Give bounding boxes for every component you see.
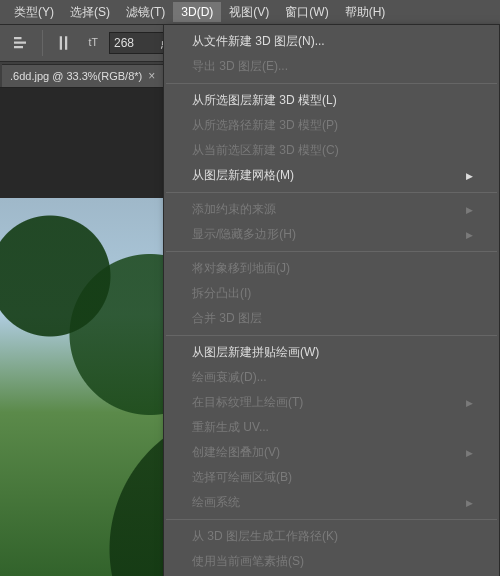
menu-item: 创建绘图叠加(V)▶ — [164, 440, 499, 465]
chevron-right-icon: ▶ — [466, 498, 473, 508]
menu-separator — [166, 83, 497, 84]
menu-item: 绘画衰减(D)... — [164, 365, 499, 390]
menu-滤镜(T)[interactable]: 滤镜(T) — [118, 1, 173, 24]
menubar: 类型(Y)选择(S)滤镜(T)3D(D)视图(V)窗口(W)帮助(H) — [0, 0, 500, 24]
menu-选择(S)[interactable]: 选择(S) — [62, 1, 118, 24]
menu-item: 从当前选区新建 3D 模型(C) — [164, 138, 499, 163]
menu-item: 从 3D 图层生成工作路径(K) — [164, 524, 499, 549]
menu-帮助(H)[interactable]: 帮助(H) — [337, 1, 394, 24]
menu-item-label: 使用当前画笔素描(S) — [192, 553, 304, 570]
menu-item-label: 从所选路径新建 3D 模型(P) — [192, 117, 338, 134]
menu-item-label: 从当前选区新建 3D 模型(C) — [192, 142, 339, 159]
menu-item-label: 从所选图层新建 3D 模型(L) — [192, 92, 337, 109]
menu-separator — [166, 335, 497, 336]
menu-item: 导出 3D 图层(E)... — [164, 54, 499, 79]
3d-menu-dropdown: 从文件新建 3D 图层(N)...导出 3D 图层(E)...从所选图层新建 3… — [163, 24, 500, 576]
menu-item-label: 绘画系统 — [192, 494, 240, 511]
chevron-right-icon: ▶ — [466, 230, 473, 240]
toolbar-divider — [42, 30, 43, 56]
menu-item[interactable]: 从所选图层新建 3D 模型(L) — [164, 88, 499, 113]
svg-text:tT: tT — [89, 36, 99, 48]
chevron-right-icon: ▶ — [466, 205, 473, 215]
menu-item: 合并 3D 图层 — [164, 306, 499, 331]
font-size-icon: tT — [87, 32, 105, 54]
menu-item: 显示/隐藏多边形(H)▶ — [164, 222, 499, 247]
menu-item-label: 创建绘图叠加(V) — [192, 444, 280, 461]
document-tab[interactable]: .6dd.jpg @ 33.3%(RGB/8*) × — [2, 64, 164, 87]
orientation-toggle-icon[interactable] — [51, 29, 79, 57]
document-tab-title: .6dd.jpg @ 33.3%(RGB/8*) — [10, 70, 142, 82]
menu-item-label: 导出 3D 图层(E)... — [192, 58, 288, 75]
menu-separator — [166, 519, 497, 520]
menu-separator — [166, 251, 497, 252]
menu-item-label: 从图层新建拼贴绘画(W) — [192, 344, 319, 361]
menu-item: 添加约束的来源▶ — [164, 197, 499, 222]
menu-视图(V)[interactable]: 视图(V) — [221, 1, 277, 24]
menu-item: 在目标纹理上绘画(T)▶ — [164, 390, 499, 415]
chevron-right-icon: ▶ — [466, 448, 473, 458]
menu-item-label: 拆分凸出(I) — [192, 285, 251, 302]
font-size-input[interactable] — [110, 36, 160, 50]
menu-item-label: 在目标纹理上绘画(T) — [192, 394, 303, 411]
menu-item: 重新生成 UV... — [164, 415, 499, 440]
menu-item-label: 重新生成 UV... — [192, 419, 269, 436]
menu-item-label: 显示/隐藏多边形(H) — [192, 226, 296, 243]
menu-item: 绘画系统▶ — [164, 490, 499, 515]
tool-preset-picker[interactable] — [6, 29, 34, 57]
menu-item-label: 选择可绘画区域(B) — [192, 469, 292, 486]
menu-类型(Y)[interactable]: 类型(Y) — [6, 1, 62, 24]
menu-separator — [166, 192, 497, 193]
menu-item-label: 添加约束的来源 — [192, 201, 276, 218]
menu-item[interactable]: 从文件新建 3D 图层(N)... — [164, 29, 499, 54]
menu-item-label: 将对象移到地面(J) — [192, 260, 290, 277]
menu-item-label: 从文件新建 3D 图层(N)... — [192, 33, 325, 50]
menu-item: 拆分凸出(I) — [164, 281, 499, 306]
menu-item: 将对象移到地面(J) — [164, 256, 499, 281]
menu-item: 从所选路径新建 3D 模型(P) — [164, 113, 499, 138]
menu-item-label: 绘画衰减(D)... — [192, 369, 267, 386]
menu-item[interactable]: 从图层新建拼贴绘画(W) — [164, 340, 499, 365]
menu-3D(D)[interactable]: 3D(D) — [173, 2, 221, 22]
menu-item[interactable]: 从图层新建网格(M)▶ — [164, 163, 499, 188]
close-icon[interactable]: × — [148, 69, 155, 83]
menu-item-label: 从图层新建网格(M) — [192, 167, 294, 184]
menu-item-label: 从 3D 图层生成工作路径(K) — [192, 528, 338, 545]
menu-item: 使用当前画笔素描(S) — [164, 549, 499, 574]
menu-item: 选择可绘画区域(B) — [164, 465, 499, 490]
menu-item-label: 合并 3D 图层 — [192, 310, 262, 327]
chevron-right-icon: ▶ — [466, 398, 473, 408]
chevron-right-icon: ▶ — [466, 171, 473, 181]
menu-窗口(W)[interactable]: 窗口(W) — [277, 1, 336, 24]
